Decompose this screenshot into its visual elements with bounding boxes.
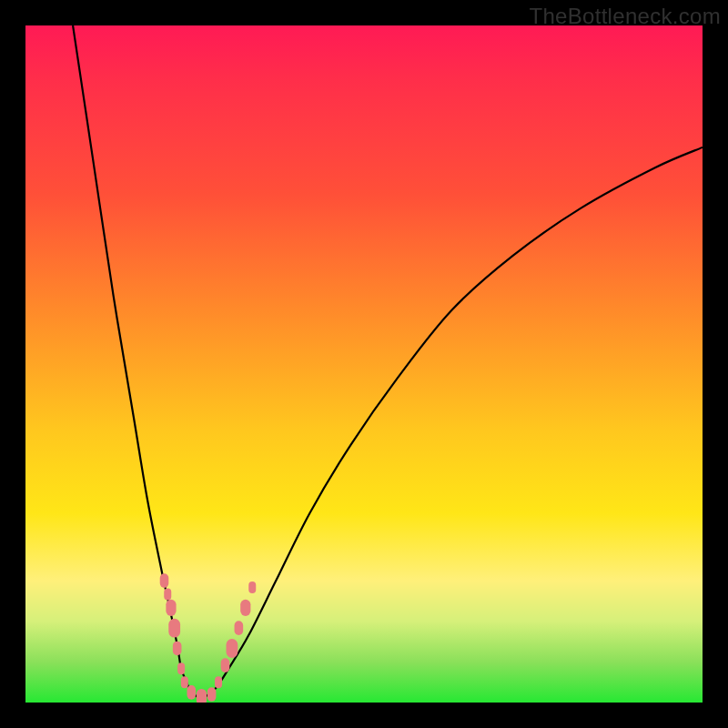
gradient-background [25, 25, 703, 703]
chart-frame [25, 25, 703, 703]
